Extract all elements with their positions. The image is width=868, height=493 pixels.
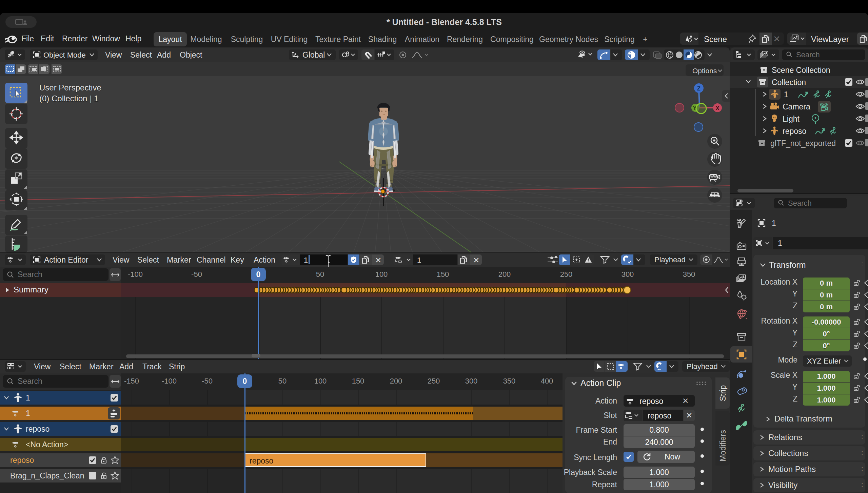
- svg-text:X: X: [716, 105, 719, 111]
- svg-text:Z: Z: [697, 86, 701, 91]
